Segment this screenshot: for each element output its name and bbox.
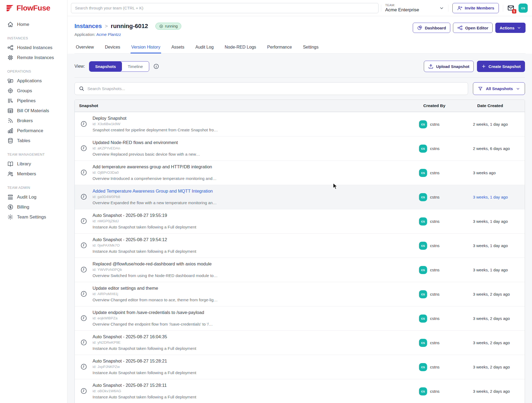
sidebar-item[interactable]: Tables	[0, 136, 67, 146]
creator-name: cstns	[430, 340, 439, 345]
user-avatar[interactable]: cs	[519, 4, 528, 13]
table-row[interactable]: Replaced @flowfuse/node-red-dashboard wi…	[75, 258, 525, 282]
tab[interactable]: Settings	[302, 42, 319, 53]
snapshot-description: Instance Auto Snapshot taken following a…	[93, 249, 196, 254]
clock-icon	[80, 290, 87, 298]
column-header-snapshot: Snapshot	[75, 100, 419, 112]
sidebar-section-instances: INSTANCES Hosted Instances Remote Instan…	[0, 29, 67, 63]
sidebar-item[interactable]: Team Settings	[0, 212, 67, 222]
sidebar-item[interactable]: Groups	[0, 86, 67, 96]
table-row[interactable]: Update endpoint from /save-credentials t…	[75, 306, 525, 330]
status-badge-label: running	[165, 24, 178, 28]
table-row[interactable]: Auto Snapshot - 2025-08-27 19:55:19 id:n…	[75, 209, 525, 233]
snapshot-cell: Add temperature awareness group and HTTP…	[75, 161, 419, 185]
application-link[interactable]: Acme Plantzz	[96, 32, 121, 37]
view-option[interactable]: Timeline	[122, 62, 149, 71]
creator-name: cstns	[430, 243, 439, 248]
tab[interactable]: Node-RED Logs	[224, 42, 257, 53]
snapshot-id: id:ga0D4W0Pb8	[93, 195, 217, 199]
tab[interactable]: Performance	[266, 42, 293, 53]
tab[interactable]: Audit Log	[195, 42, 214, 53]
sidebar-item[interactable]: Hosted Instances	[0, 43, 67, 53]
home-icon	[7, 21, 13, 28]
snapshot-search-input[interactable]	[87, 86, 464, 91]
sidebar-item[interactable]: Brokers	[0, 116, 67, 126]
status-badge: running	[155, 23, 182, 30]
notifications-button[interactable]: 5	[507, 4, 514, 12]
tab[interactable]: Devices	[104, 42, 121, 53]
flowfuse-logo[interactable]: FlowFuse	[0, 0, 67, 16]
table-row[interactable]: Add temperature awareness group and HTTP…	[75, 160, 525, 185]
tab[interactable]: Version History	[131, 42, 161, 53]
creator-avatar: cs	[419, 217, 427, 226]
table-row[interactable]: Auto Snapshot - 2025-08-27 19:54:12 id:0…	[75, 233, 525, 258]
team-selector[interactable]: TEAM: Acme Enterprise	[385, 4, 444, 13]
sidebar-item-label: Audit Log	[17, 194, 36, 200]
sidebar-item-label: Groups	[17, 88, 32, 94]
snapshot-cell: Replaced @flowfuse/node-red-dashboard wi…	[75, 258, 419, 282]
upload-snapshot-label: Upload Snapshot	[436, 64, 469, 69]
snapshot-cell: Auto Snapshot - 2025-08-27 19:54:12 id:0…	[75, 234, 419, 258]
snapshot-description: Overview Expanded the flow with a new te…	[93, 200, 217, 205]
snapshot-id: id:OjBPrO3Da0	[93, 170, 216, 175]
snapshot-title: Auto Snapshot - 2025-08-27 15:28:21	[93, 358, 196, 364]
sidebar-item[interactable]: Billing	[0, 202, 67, 212]
upload-snapshot-button[interactable]: Upload Snapshot	[424, 61, 473, 72]
sidebar-item[interactable]: Audit Log	[0, 192, 67, 202]
snapshot-cell: Auto Snapshot - 2025-08-27 15:28:11 id:o…	[75, 379, 419, 403]
date-created-cell: 3 weeks ago	[473, 170, 525, 175]
team-label: TEAM:	[385, 4, 419, 7]
table-row[interactable]: Deploy Snapshot id:X3o6Bw1k9W Snapshot c…	[75, 112, 525, 136]
creator-avatar: cs	[419, 242, 427, 250]
header-buttons: Dashboard Open Editor Actions	[413, 23, 526, 33]
actions-button[interactable]: Actions	[495, 23, 526, 33]
plus-icon	[481, 64, 486, 69]
team-search-input[interactable]	[71, 3, 378, 13]
invite-members-button[interactable]: Invite Members	[452, 3, 499, 13]
open-editor-button[interactable]: Open Editor	[453, 23, 493, 33]
snapshot-description: Overview Introduced a comprehensive temp…	[93, 176, 216, 181]
sidebar-item[interactable]: Pipelines	[0, 96, 67, 106]
sidebar-item[interactable]: Library	[0, 159, 67, 169]
creator-avatar: cs	[419, 290, 427, 298]
table-row[interactable]: Auto Snapshot - 2025-08-27 15:28:11 id:o…	[75, 379, 525, 403]
table-row[interactable]: Auto Snapshot - 2025-08-27 16:04:35 id:y…	[75, 330, 525, 355]
table-row[interactable]: Updated Node-RED flows and environment i…	[75, 136, 525, 160]
divider	[381, 5, 381, 12]
snapshot-title: Auto Snapshot - 2025-08-27 19:54:12	[93, 237, 196, 242]
sidebar-item[interactable]: Remote Instances	[0, 53, 67, 63]
view-toolbar: View: Snapshots Timeline Upload Snapshot	[74, 61, 525, 72]
sidebar-item[interactable]: Members	[0, 169, 67, 179]
all-snapshots-filter-button[interactable]: All Snapshots	[473, 82, 525, 95]
creator-name: cstns	[430, 146, 439, 151]
date-created-cell: 3 weeks, 2 days ago	[473, 292, 525, 296]
sidebar-item-icon	[7, 98, 13, 104]
clock-icon	[80, 145, 87, 152]
actions-label: Actions	[500, 26, 514, 30]
creator-name: cstns	[430, 268, 439, 272]
sidebar-item[interactable]: Bill Of Materials	[0, 106, 67, 116]
sidebar-item-home[interactable]: Home	[0, 19, 67, 29]
sidebar-item[interactable]: Applications	[0, 76, 67, 86]
sidebar-item-icon	[7, 128, 13, 134]
view-option[interactable]: Snapshots	[89, 62, 122, 71]
sidebar-item[interactable]: Performance	[0, 126, 67, 136]
breadcrumb-instances-link[interactable]: Instances	[74, 23, 102, 30]
dashboard-button[interactable]: Dashboard	[413, 23, 450, 33]
snapshot-title: Deploy Snapshot	[93, 116, 218, 121]
sidebar-item-label: Hosted Instances	[17, 45, 52, 50]
tab[interactable]: Overview	[75, 42, 95, 53]
creator-name: cstns	[430, 219, 439, 224]
snapshot-description: Overview Replaced previous basic device …	[93, 152, 200, 156]
sidebar-item-label: Brokers	[17, 118, 33, 124]
date-created-cell: 3 weeks, 2 days ago	[473, 316, 525, 321]
table-row[interactable]: Auto Snapshot - 2025-08-27 15:28:21 id:J…	[75, 355, 525, 379]
table-row[interactable]: Added Temperature Awareness Group and MQ…	[75, 185, 525, 209]
created-by-cell: cs cstns	[419, 242, 473, 250]
table-row[interactable]: Update editor settings and theme id:AlRP…	[75, 282, 525, 306]
create-snapshot-button[interactable]: Create Snapshot	[477, 61, 525, 72]
tab[interactable]: Assets	[170, 42, 185, 53]
table-body: Deploy Snapshot id:X3o6Bw1k9W Snapshot c…	[75, 112, 525, 403]
info-button[interactable]	[153, 63, 159, 69]
clock-icon	[80, 120, 87, 128]
